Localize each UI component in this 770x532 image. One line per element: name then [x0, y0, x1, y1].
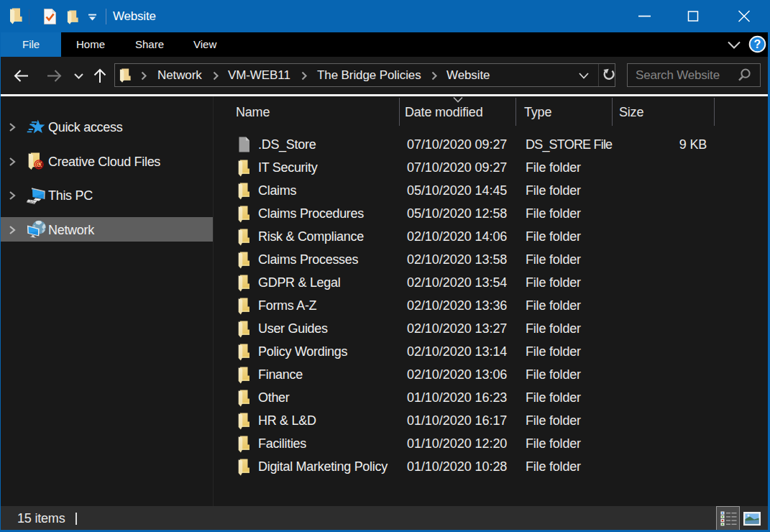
svg-text:?: ? [754, 38, 761, 50]
